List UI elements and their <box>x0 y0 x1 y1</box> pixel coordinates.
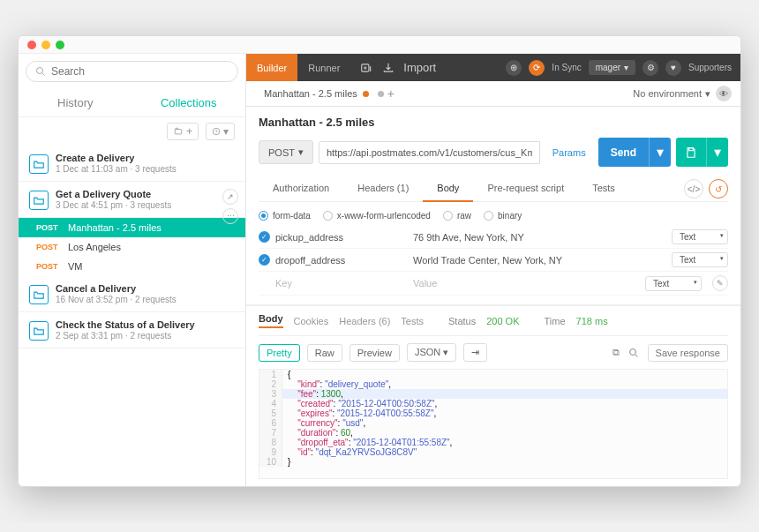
recent-button[interactable]: ▾ <box>206 123 235 140</box>
kv-value-placeholder[interactable]: Value <box>413 278 640 288</box>
url-input[interactable] <box>319 141 540 164</box>
radio-urlencoded[interactable]: x-www-form-urlencoded <box>323 211 431 221</box>
svg-point-6 <box>629 348 635 355</box>
sync-icon[interactable]: ⟳ <box>529 60 545 76</box>
minimize-icon[interactable] <box>41 41 50 49</box>
time-value: 718 ms <box>576 316 608 326</box>
tab-tests[interactable]: Tests <box>578 176 629 201</box>
tab-headers[interactable]: Headers (1) <box>343 176 423 201</box>
close-icon[interactable] <box>27 41 36 49</box>
collection-meta: 1 Dec at 11:03 am · 3 requests <box>56 164 235 174</box>
send-button[interactable]: Send <box>598 138 649 167</box>
add-collection-button[interactable]: + <box>167 123 199 140</box>
resp-tab-headers[interactable]: Headers (6) <box>339 316 390 326</box>
send-dropdown[interactable]: ▾ <box>649 138 671 167</box>
tab-prerequest[interactable]: Pre-request script <box>473 176 578 201</box>
reset-icon[interactable]: ↺ <box>709 179 728 199</box>
search-input-wrapper[interactable] <box>26 61 238 82</box>
resp-tab-cookies[interactable]: Cookies <box>294 316 329 326</box>
kv-type-select[interactable]: Text <box>672 229 728 244</box>
settings-icon[interactable]: ⚙ <box>643 60 658 76</box>
radio-raw[interactable]: raw <box>443 211 471 221</box>
tab-history[interactable]: History <box>19 89 132 116</box>
window-titlebar <box>19 36 740 54</box>
request-tab-label: Manhattan - 2.5 miles <box>264 88 357 99</box>
svg-point-0 <box>37 68 43 74</box>
request-name: Manhattan - 2.5 miles <box>68 222 162 233</box>
satellite-icon[interactable]: ⊕ <box>506 60 522 76</box>
fmt-raw[interactable]: Raw <box>307 344 342 362</box>
copy-icon[interactable]: ⧉ <box>612 347 620 358</box>
import-label[interactable]: Import <box>403 61 436 74</box>
app-window: History Collections + ▾ Create a Deliver… <box>18 35 741 487</box>
resp-tab-body[interactable]: Body <box>259 313 283 328</box>
collection-meta: 16 Nov at 3:52 pm · 2 requests <box>56 295 235 304</box>
kv-key[interactable]: dropoff_address <box>275 255 408 266</box>
environment-select[interactable]: No environment▾ <box>633 88 710 100</box>
folder-icon <box>29 285 49 304</box>
search-response-icon[interactable] <box>628 348 639 358</box>
radio-form-data[interactable]: form-data <box>259 211 311 221</box>
request-tab-strip: Manhattan - 2.5 miles + No environment▾ … <box>246 81 740 107</box>
user-menu[interactable]: mager▾ <box>589 60 635 75</box>
environment-quicklook-button[interactable]: 👁 <box>716 86 732 101</box>
kv-key[interactable]: pickup_address <box>275 232 408 243</box>
collection-item[interactable]: Cancel a Delivery 16 Nov at 3:52 pm · 2 … <box>19 276 245 312</box>
main-panel: Builder Runner Import ⊕ ⟳ In Sync mager▾… <box>246 54 740 486</box>
edit-icon[interactable]: ✎ <box>712 275 728 291</box>
kv-type-select[interactable]: Text <box>672 252 728 267</box>
wrap-icon[interactable]: ⇥ <box>463 343 487 362</box>
params-link[interactable]: Params <box>545 142 593 163</box>
heart-icon[interactable]: ♥ <box>665 60 681 76</box>
kv-type-select[interactable]: Text <box>645 276 702 291</box>
new-tab-icon[interactable] <box>359 62 373 74</box>
save-response-button[interactable]: Save response <box>648 344 728 362</box>
collection-item[interactable]: Get a Delivery Quote 3 Dec at 4:51 pm · … <box>19 182 245 218</box>
svg-rect-2 <box>175 130 182 134</box>
collection-title: Check the Status of a Delivery <box>56 319 235 330</box>
resp-tab-tests[interactable]: Tests <box>401 316 424 326</box>
check-icon[interactable]: ✓ <box>259 231 270 243</box>
kv-value[interactable]: 76 9th Ave, New York, NY <box>413 232 666 243</box>
sidebar: History Collections + ▾ Create a Deliver… <box>19 54 246 486</box>
search-input[interactable] <box>51 65 229 78</box>
kv-key-placeholder[interactable]: Key <box>275 278 408 288</box>
topbar-runner[interactable]: Runner <box>297 54 350 81</box>
folder-icon <box>29 321 49 341</box>
new-tab-button[interactable]: + <box>387 86 395 101</box>
share-button[interactable]: ↗ <box>222 189 238 205</box>
request-name: Los Angeles <box>68 242 121 252</box>
code-icon[interactable]: </> <box>684 179 703 199</box>
method-badge: POST <box>36 243 61 251</box>
radio-binary[interactable]: binary <box>484 211 522 221</box>
folder-icon <box>29 154 49 174</box>
request-name: VM <box>68 261 83 272</box>
request-item[interactable]: POST VM <box>19 257 245 276</box>
save-button[interactable] <box>676 138 706 167</box>
kv-value[interactable]: World Trade Center, New York, NY <box>413 255 666 266</box>
maximize-icon[interactable] <box>56 41 64 49</box>
fmt-preview[interactable]: Preview <box>349 344 400 362</box>
check-icon[interactable]: ✓ <box>259 254 270 266</box>
request-tab[interactable]: Manhattan - 2.5 miles <box>255 81 378 106</box>
fmt-pretty[interactable]: Pretty <box>259 344 300 362</box>
method-badge: POST <box>36 262 61 271</box>
svg-line-7 <box>635 354 637 356</box>
topbar-builder[interactable]: Builder <box>246 54 297 81</box>
status-label: Status <box>448 316 476 326</box>
tab-body[interactable]: Body <box>423 176 473 202</box>
collection-title: Get a Delivery Quote <box>56 189 235 199</box>
more-button[interactable]: ⋯ <box>222 208 238 224</box>
request-item[interactable]: POST Los Angeles <box>19 237 245 257</box>
response-panel: Body Cookies Headers (6) Tests Status 20… <box>246 305 740 486</box>
collection-item[interactable]: Check the Status of a Delivery 2 Sep at … <box>19 312 245 348</box>
tab-collections[interactable]: Collections <box>132 89 246 116</box>
response-body-code[interactable]: 1{2 "kind": "delivery_quote",3 "fee": 13… <box>259 369 728 479</box>
fmt-lang-select[interactable]: JSON ▾ <box>407 343 456 362</box>
tab-authorization[interactable]: Authorization <box>259 176 343 201</box>
collection-item[interactable]: Create a Delivery 1 Dec at 11:03 am · 3 … <box>19 146 245 182</box>
save-dropdown[interactable]: ▾ <box>706 138 728 167</box>
request-item[interactable]: POST Manhattan - 2.5 miles <box>19 218 245 237</box>
method-select[interactable]: POST▾ <box>259 140 313 164</box>
import-icon[interactable] <box>382 62 395 74</box>
